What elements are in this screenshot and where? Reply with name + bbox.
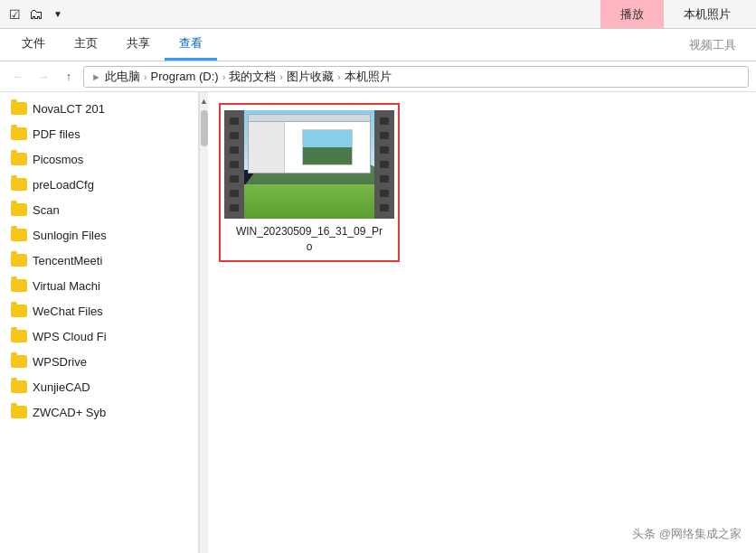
folder-icon-sunlogin bbox=[11, 229, 27, 241]
sidebar-item-preloadcfg[interactable]: preLoadCfg bbox=[0, 172, 198, 197]
sidebar-item-xunjie[interactable]: XunjieCAD bbox=[0, 374, 198, 399]
film-hole bbox=[380, 146, 389, 154]
sidebar-item-picosmos[interactable]: Picosmos bbox=[0, 146, 198, 172]
path-sep-1: › bbox=[144, 71, 147, 82]
address-bar: ← → ↑ ► 此电脑 › Program (D:) › 我的文档 › 图片收藏… bbox=[0, 61, 756, 92]
title-bar-tabs: 播放 本机照片 bbox=[600, 0, 751, 28]
thumb-ground bbox=[244, 184, 374, 219]
sidebar-label-virtual: Virtual Machi bbox=[33, 279, 100, 293]
sidebar-item-zwcad[interactable]: ZWCAD+ Syb bbox=[0, 399, 198, 425]
film-hole bbox=[230, 204, 239, 211]
folder-icon-scan bbox=[11, 203, 27, 216]
tab-local-photos[interactable]: 本机照片 bbox=[664, 0, 751, 28]
sidebar-label-wpsdrive: WPSDrive bbox=[33, 355, 87, 369]
path-sep-4: › bbox=[337, 71, 341, 82]
sidebar-label-novalct: NovaLCT 201 bbox=[33, 102, 105, 116]
folder-icon-xunjie bbox=[11, 380, 27, 393]
path-current[interactable]: 本机照片 bbox=[345, 69, 392, 85]
title-bar: ☑ 🗂 ▼ 播放 本机照片 bbox=[0, 0, 756, 29]
thumb-content bbox=[244, 110, 374, 219]
sidebar-label-zwcad: ZWCAD+ Syb bbox=[33, 406, 106, 419]
tab-bofang[interactable]: 播放 bbox=[600, 0, 664, 28]
sidebar-label-wechat: WeChat Files bbox=[33, 305, 103, 318]
path-arrow-icon: ► bbox=[91, 71, 101, 82]
path-drive[interactable]: Program (D:) bbox=[151, 70, 219, 83]
film-hole bbox=[230, 132, 239, 139]
address-path[interactable]: ► 此电脑 › Program (D:) › 我的文档 › 图片收藏 › 本机照… bbox=[83, 66, 749, 88]
title-bar-icons: ☑ 🗂 ▼ bbox=[5, 5, 67, 23]
ribbon-tab-file[interactable]: 文件 bbox=[7, 29, 60, 61]
path-mydocs[interactable]: 我的文档 bbox=[229, 69, 276, 85]
scroll-thumb[interactable] bbox=[201, 110, 208, 146]
ribbon: 文件 主页 共享 查看 视频工具 bbox=[0, 29, 756, 61]
sidebar-label-picosmos: Picosmos bbox=[33, 153, 83, 166]
exp-titlebar bbox=[249, 115, 370, 122]
sidebar-label-sunlogin: Sunlogin Files bbox=[33, 229, 107, 242]
video-tools-section: 视频工具 bbox=[676, 29, 749, 61]
film-hole bbox=[380, 204, 389, 211]
folder-icon-tencent bbox=[11, 254, 27, 267]
ribbon-tab-share[interactable]: 共享 bbox=[112, 29, 165, 61]
checkbox-icon[interactable]: ☑ bbox=[5, 5, 24, 23]
film-hole bbox=[380, 117, 389, 125]
sidebar-item-virtual[interactable]: Virtual Machi bbox=[0, 273, 198, 298]
path-pics[interactable]: 图片收藏 bbox=[287, 69, 334, 85]
film-hole bbox=[230, 117, 239, 125]
film-strip-right bbox=[374, 110, 394, 219]
path-sep-2: › bbox=[222, 71, 226, 82]
film-hole bbox=[230, 161, 239, 168]
sidebar: NovaLCT 201 PDF files Picosmos preLoadCf… bbox=[0, 92, 199, 553]
sidebar-item-tencent[interactable]: TencentMeeti bbox=[0, 248, 198, 273]
sidebar-label-pdf: PDF files bbox=[33, 127, 80, 141]
sidebar-label-scan: Scan bbox=[33, 203, 60, 217]
exp-sidebar bbox=[249, 122, 285, 173]
exp-mini-thumb bbox=[302, 129, 353, 164]
video-thumbnail bbox=[224, 110, 394, 219]
thumb-explorer bbox=[248, 114, 371, 173]
film-hole bbox=[230, 175, 239, 183]
sidebar-item-novalct[interactable]: NovaLCT 201 bbox=[0, 96, 198, 121]
sidebar-item-wechat[interactable]: WeChat Files bbox=[0, 298, 198, 323]
film-hole bbox=[380, 190, 389, 197]
video-item[interactable]: WIN_20230509_16_31_09_Pr o bbox=[219, 103, 400, 262]
sidebar-scrollbar[interactable]: ▲ bbox=[199, 92, 208, 553]
exp-content bbox=[285, 122, 370, 173]
nav-forward-button[interactable]: → bbox=[33, 66, 54, 88]
nav-up-button[interactable]: ↑ bbox=[58, 66, 80, 88]
film-hole bbox=[380, 132, 389, 139]
sidebar-item-scan[interactable]: Scan bbox=[0, 197, 198, 222]
exp-body bbox=[249, 122, 370, 173]
folder-icon-pdf bbox=[11, 127, 27, 140]
sidebar-label-wpscloud: WPS Cloud Fi bbox=[33, 330, 107, 343]
main-content: NovaLCT 201 PDF files Picosmos preLoadCf… bbox=[0, 92, 756, 553]
sidebar-item-sunlogin[interactable]: Sunlogin Files bbox=[0, 222, 198, 248]
folder-icon-wpsdrive bbox=[11, 355, 27, 368]
film-hole bbox=[230, 146, 239, 154]
sidebar-item-wpscloud[interactable]: WPS Cloud Fi bbox=[0, 323, 198, 349]
film-hole bbox=[380, 161, 389, 168]
folder-icon-wpscloud bbox=[11, 330, 27, 342]
ribbon-tab-home[interactable]: 主页 bbox=[60, 29, 112, 61]
path-thispc[interactable]: 此电脑 bbox=[105, 69, 140, 85]
folder-icon-tb[interactable]: 🗂 bbox=[27, 5, 45, 23]
dropdown-icon[interactable]: ▼ bbox=[49, 5, 67, 23]
file-area: WIN_20230509_16_31_09_Pr o bbox=[208, 92, 756, 553]
sidebar-item-wpsdrive[interactable]: WPSDrive bbox=[0, 349, 198, 374]
folder-icon-preload bbox=[11, 178, 27, 191]
film-strip-left bbox=[224, 110, 244, 219]
nav-back-button[interactable]: ← bbox=[7, 66, 29, 88]
folder-icon-picosmos bbox=[11, 153, 27, 165]
folder-icon-zwcad bbox=[11, 406, 27, 418]
scroll-up-arrow[interactable]: ▲ bbox=[200, 94, 209, 108]
path-sep-3: › bbox=[279, 71, 283, 82]
video-name: WIN_20230509_16_31_09_Pr o bbox=[236, 224, 383, 255]
ribbon-tab-view[interactable]: 查看 bbox=[165, 29, 217, 61]
sidebar-label-preload: preLoadCfg bbox=[33, 178, 94, 192]
film-hole bbox=[380, 175, 389, 183]
film-hole bbox=[230, 190, 239, 197]
folder-icon-wechat bbox=[11, 305, 27, 317]
sidebar-label-xunjie: XunjieCAD bbox=[33, 380, 90, 394]
folder-icon-virtual bbox=[11, 279, 27, 292]
sidebar-item-pdf[interactable]: PDF files bbox=[0, 121, 198, 146]
folder-icon-novalct bbox=[11, 102, 27, 115]
